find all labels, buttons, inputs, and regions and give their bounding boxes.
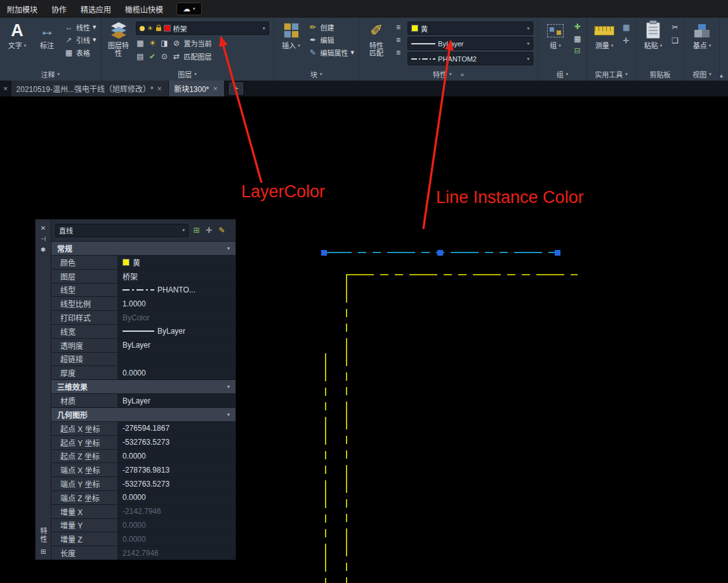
edit-block-button[interactable]: ✒ 编辑 <box>308 34 355 45</box>
panel-label-annotate[interactable]: 注释▾ <box>0 68 101 81</box>
insert-block-button[interactable]: 插入▾ <box>279 20 304 49</box>
layer-tool-icon[interactable]: ▦ <box>136 38 145 48</box>
property-row: 线型比例1.0000 <box>51 296 235 310</box>
panel-label-clipboard[interactable]: 剪贴板 <box>636 68 684 81</box>
select-objects-icon[interactable]: ✛ <box>204 226 214 235</box>
palette-autohide-icon[interactable]: ⊣ <box>36 233 51 244</box>
tab-close-icon[interactable]: ✕ <box>212 86 220 92</box>
layer-tool-icon[interactable]: ⇄ <box>172 51 182 61</box>
layer-tool-icon[interactable]: ☀ <box>148 38 157 48</box>
property-value[interactable]: ByColor <box>117 311 235 324</box>
group-tool-icon[interactable]: ⊟ <box>572 46 582 55</box>
cut-icon[interactable]: ✂ <box>670 22 680 32</box>
text-button[interactable]: A 文字▾ <box>4 20 30 49</box>
property-value[interactable]: 0.0000 <box>117 519 235 532</box>
properties-list-icon[interactable]: ≡ <box>394 22 403 32</box>
property-value[interactable]: -532763.5273 <box>117 477 235 490</box>
property-value[interactable]: 桥架 <box>117 270 235 283</box>
object-color-select[interactable]: 黄 ▾ <box>407 22 533 35</box>
property-value[interactable]: 0.0000 <box>117 532 235 546</box>
panel-label-utilities[interactable]: 实用工具▾ <box>587 68 635 81</box>
grip-mid[interactable] <box>437 250 443 256</box>
property-value[interactable]: -2142.7946 <box>117 505 235 518</box>
property-value[interactable]: 1.0000 <box>117 297 235 310</box>
property-value[interactable]: 黄 <box>117 256 235 269</box>
section-header[interactable]: 常规▾ <box>51 241 235 255</box>
quick-calculator-icon[interactable]: ▦ <box>621 22 631 32</box>
menu-item-glskm[interactable]: 橄榄山快模 <box>118 0 170 18</box>
layer-select[interactable]: ☀ 桥架 ▾ <box>136 22 269 35</box>
palette-settings-icon[interactable]: ✱ <box>36 244 51 255</box>
panel-label-layers[interactable]: 图层▾ <box>102 68 274 81</box>
menu-item-collaborate[interactable]: 协作 <box>44 0 74 18</box>
section-header[interactable]: 三维效果▾ <box>51 379 235 393</box>
id-point-icon[interactable]: ✛ <box>621 36 631 45</box>
grip-end[interactable] <box>555 250 560 256</box>
layer-tool-icon[interactable]: ▤ <box>136 51 145 61</box>
tab-close-icon[interactable]: ✕ <box>156 86 164 92</box>
menu-item-featured-apps[interactable]: 精选应用 <box>74 0 118 18</box>
file-tab[interactable]: 20210519-温州...强电干线（旭辉修改）* ✕ <box>11 81 169 96</box>
object-type-select[interactable]: 直线 ▾ <box>55 224 189 237</box>
layer-tool-icon[interactable]: ◨ <box>160 38 169 48</box>
table-button[interactable]: ▦ 表格 <box>64 47 96 58</box>
linetype-select[interactable]: PHANTOM2 ▾ <box>407 52 533 65</box>
leader-button[interactable]: ↗ 引线 ▾ <box>64 34 96 45</box>
measure-button[interactable]: 测量▾ <box>592 20 617 49</box>
new-tab-button[interactable]: + <box>229 82 243 95</box>
property-value[interactable]: ByLayer <box>117 325 235 338</box>
property-value[interactable]: 0.0000 <box>117 366 235 379</box>
property-row: 端点 X 坐标-278736.9813 <box>51 462 235 476</box>
copy-icon[interactable]: ❏ <box>670 36 680 45</box>
tab-overflow-close-icon[interactable]: ✕ <box>0 81 11 96</box>
property-value[interactable]: -278736.9813 <box>117 463 235 476</box>
panel-label-block[interactable]: 块▾ <box>274 68 359 81</box>
match-layer-button[interactable]: 匹配图层 <box>184 51 212 62</box>
layer-tool-icon[interactable]: ⊙ <box>160 51 169 61</box>
layer-properties-button[interactable]: 图层特性 <box>106 20 131 57</box>
menu-item-addins[interactable]: 附加模块 <box>0 0 44 18</box>
grip-start[interactable] <box>321 250 327 256</box>
dialog-launcher-icon[interactable]: » <box>461 71 465 78</box>
group-tool-icon[interactable]: ▦ <box>572 34 582 43</box>
cloud-button[interactable]: ☁ ▾ <box>176 3 202 15</box>
ribbon-collapse-icon[interactable]: ▴ <box>720 72 723 79</box>
layer-tool-icon[interactable]: ⊘ <box>172 38 182 48</box>
palette-close-icon[interactable]: ✕ <box>36 223 51 233</box>
quick-select-icon[interactable]: ✎ <box>217 226 227 235</box>
create-block-button[interactable]: ✏ 创建 <box>308 22 355 32</box>
property-value[interactable]: ByLayer <box>117 394 235 407</box>
properties-list-icon[interactable]: ≡ <box>394 48 403 57</box>
chevron-down-icon: ▾ <box>709 42 711 49</box>
match-properties-button[interactable]: ✐ 特性匹配 <box>364 20 389 57</box>
section-header[interactable]: 几何图形▾ <box>51 407 235 421</box>
panel-label-properties[interactable]: 特性▾ » <box>359 68 538 81</box>
drawing-canvas[interactable]: ✕ ⊣ ✱ 特性 ⊞ 直线 ▾ ⊞ ✛ ✎ 常规▾颜色黄图层桥架线型PHANTO… <box>0 96 728 583</box>
group-tool-icon[interactable]: ✚ <box>572 22 582 31</box>
linear-dimension-button[interactable]: ↔ 线性 ▾ <box>64 22 96 32</box>
edit-attributes-button[interactable]: ✎ 编辑属性 ▾ <box>308 47 355 58</box>
panel-label-view[interactable]: 视图▾ <box>685 68 719 81</box>
file-tab-bar: ✕ 20210519-温州...强电干线（旭辉修改）* ✕ 新块1300* ✕ … <box>0 81 728 96</box>
lineweight-select[interactable]: ByLayer ▾ <box>407 37 533 50</box>
panel-label-group[interactable]: 组▾ <box>538 68 586 81</box>
property-value[interactable]: -532763.5273 <box>117 436 235 449</box>
properties-list-icon[interactable]: ≡ <box>394 35 403 44</box>
property-value[interactable]: 2142.7946 <box>117 546 235 560</box>
layer-tool-icon[interactable]: ✔ <box>148 51 157 61</box>
palette-grid-icon[interactable]: ⊞ <box>36 546 51 557</box>
set-current-layer-button[interactable]: 置为当前 <box>184 38 212 48</box>
dimension-button[interactable]: ↔ 标注 <box>34 20 60 49</box>
base-point-button[interactable]: 基点▾ <box>689 20 715 49</box>
paste-button[interactable]: 粘贴▾ <box>640 20 666 49</box>
property-value[interactable]: ByLayer <box>117 339 235 352</box>
property-value[interactable]: 0.0000 <box>117 491 235 504</box>
file-tab-active[interactable]: 新块1300* ✕ <box>169 81 225 96</box>
group-button[interactable]: 组▾ <box>543 20 568 49</box>
property-value[interactable]: -276594.1867 <box>117 422 235 435</box>
base-point-icon <box>694 20 710 41</box>
property-value[interactable]: PHANTO... <box>117 284 235 297</box>
pickadd-toggle-icon[interactable]: ⊞ <box>192 226 201 235</box>
property-value[interactable]: 0.0000 <box>117 450 235 463</box>
property-value[interactable] <box>117 353 235 366</box>
